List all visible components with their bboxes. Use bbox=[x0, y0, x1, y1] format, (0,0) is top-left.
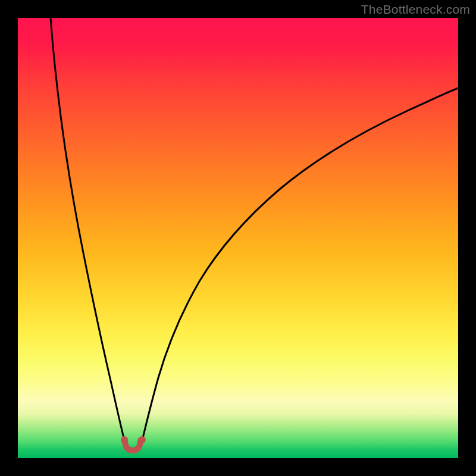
curve-layer bbox=[18, 18, 458, 458]
valley-u-marker bbox=[125, 440, 140, 450]
chart-frame: TheBottleneck.com bbox=[0, 0, 476, 476]
curve-left-branch bbox=[51, 18, 124, 440]
watermark-text: TheBottleneck.com bbox=[361, 2, 470, 17]
valley-marker-dot-left bbox=[121, 436, 128, 443]
plot-area bbox=[18, 18, 458, 458]
valley-marker-dot-right bbox=[139, 436, 146, 443]
curve-right-branch bbox=[142, 88, 458, 440]
